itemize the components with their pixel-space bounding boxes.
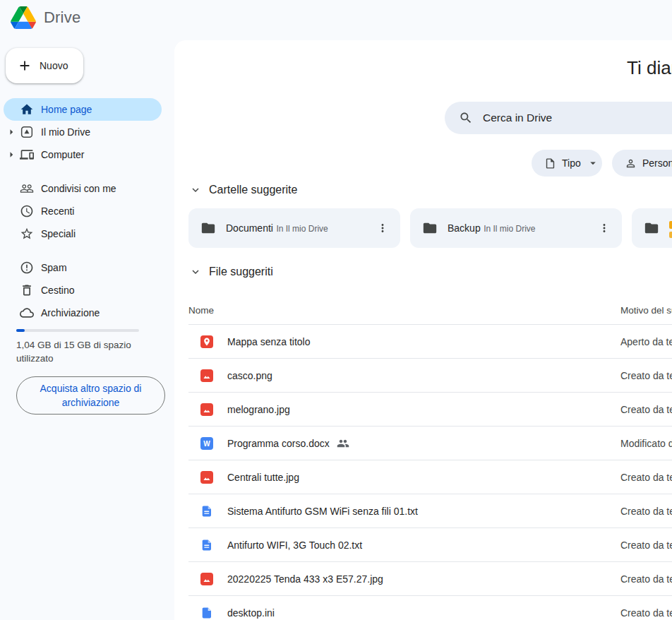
sidebar-item-label: Speciali: [41, 228, 76, 239]
image-file-icon: [200, 471, 213, 484]
folder-card-text: [669, 219, 672, 238]
map-file-icon: [200, 335, 213, 348]
search-input[interactable]: [483, 112, 672, 124]
file-reason: Modificato da te: [620, 427, 672, 460]
folder-name: Backup: [448, 222, 481, 234]
spam-icon: [20, 261, 34, 275]
drive-logo-row[interactable]: Drive: [11, 6, 80, 29]
filter-chip-people[interactable]: Persone: [612, 150, 672, 177]
plus-icon: [17, 58, 32, 73]
drive-logo-icon: [11, 6, 36, 29]
app-title: Drive: [44, 8, 80, 27]
filter-chip-label: Persone: [642, 157, 672, 169]
home-icon: [20, 102, 34, 117]
new-button-label: Nuovo: [40, 60, 68, 71]
file-name: Antifurto WIFI, 3G Touch 02.txt: [227, 539, 362, 551]
sidebar-item-label: Cestino: [41, 285, 74, 296]
table-row[interactable]: Centrali tutte.jpg Creato da te: [188, 460, 672, 494]
folder-card-text: Backup In Il mio Drive: [448, 222, 595, 234]
sidebar: Drive Nuovo Home page Il mio Drive: [0, 0, 174, 620]
column-header-reason[interactable]: Motivo del suggerimento: [620, 305, 672, 316]
word-file-icon: W: [200, 437, 213, 450]
folder-icon: [644, 220, 659, 236]
file-name: casco.png: [227, 370, 272, 381]
storage-progress-fill: [16, 329, 25, 332]
file-type-icon: [544, 157, 556, 169]
sidebar-item-trash[interactable]: Cestino: [4, 279, 162, 302]
clipped-folder-name-fragment: [669, 221, 672, 229]
table-row[interactable]: melograno.jpg Creato da te: [188, 393, 672, 427]
expand-arrow-icon[interactable]: [5, 126, 18, 138]
file-reason: Creato da te: [620, 562, 672, 595]
my-drive-icon: [20, 125, 34, 139]
file-name: 20220225 Tenda 433 x3 E57.27.jpg: [227, 573, 383, 585]
file-name: Programma corso.docx: [227, 438, 330, 449]
sidebar-item-my-drive[interactable]: Il mio Drive: [4, 121, 162, 143]
folder-name: Documenti: [226, 222, 273, 234]
generic-file-icon: [200, 607, 213, 619]
more-options-icon[interactable]: [373, 219, 392, 237]
folder-card-text: Documenti In Il mio Drive: [226, 222, 373, 234]
storage-progress-bar: [16, 329, 139, 332]
expand-arrow-icon[interactable]: [5, 148, 18, 161]
devices-icon: [20, 148, 34, 162]
filter-chip-type[interactable]: Tipo: [532, 150, 602, 177]
svg-text:W: W: [203, 440, 210, 448]
sidebar-item-recent[interactable]: Recenti: [4, 200, 162, 222]
sidebar-item-shared-with-me[interactable]: Condivisi con me: [4, 177, 162, 200]
text-file-icon: [200, 539, 213, 552]
chevron-down-icon: [189, 266, 202, 278]
suggested-folders-header[interactable]: Cartelle suggerite: [189, 184, 297, 196]
table-header: Nome Motivo del suggerimento: [188, 296, 672, 324]
text-file-icon: [200, 505, 213, 518]
file-reason: Aperto da te: [620, 325, 672, 358]
page-title: Ti diamo il benvenuto in Drive: [627, 57, 672, 79]
table-row[interactable]: casco.png Creato da te: [188, 359, 672, 393]
sidebar-item-label: Computer: [41, 149, 84, 160]
suggested-files-header[interactable]: File suggeriti: [189, 266, 273, 278]
file-reason: Creato da te: [620, 460, 672, 494]
folder-icon: [422, 220, 438, 236]
trash-icon: [20, 283, 34, 297]
file-name: melograno.jpg: [227, 404, 290, 415]
folder-location: In Il mio Drive: [484, 224, 535, 234]
sidebar-item-starred[interactable]: Speciali: [4, 222, 162, 245]
filter-chip-label: Tipo: [562, 157, 581, 169]
image-file-icon: [200, 369, 213, 382]
clipped-folder-location-fragment: [669, 232, 672, 238]
file-name: Mappa senza titolo: [227, 336, 311, 347]
sidebar-item-storage[interactable]: Archiviazione: [4, 302, 162, 324]
buy-storage-button[interactable]: Acquista altro spazio di archiviazione: [16, 376, 165, 415]
search-bar[interactable]: [445, 102, 672, 134]
sidebar-item-label: Condivisi con me: [41, 183, 116, 194]
table-row[interactable]: 20220225 Tenda 433 x3 E57.27.jpg Creato …: [188, 562, 672, 596]
new-button[interactable]: Nuovo: [6, 48, 83, 83]
folder-card-backup[interactable]: Backup In Il mio Drive: [410, 208, 622, 248]
folder-card-clipped[interactable]: [632, 208, 672, 248]
table-row[interactable]: Sistema Antifurto GSM WiFi senza fili 01…: [188, 494, 672, 528]
image-file-icon: [200, 403, 213, 416]
nav-spacer: [0, 166, 174, 177]
more-options-icon[interactable]: [595, 219, 613, 237]
folder-location: In Il mio Drive: [276, 224, 328, 234]
folder-card-documenti[interactable]: Documenti In Il mio Drive: [188, 208, 400, 248]
storage-usage-text: 1,04 GB di 15 GB di spazio utilizzato: [16, 338, 148, 365]
sidebar-item-spam[interactable]: Spam: [4, 256, 162, 279]
file-reason: Creato da te: [620, 528, 672, 561]
folder-icon: [200, 220, 216, 236]
sidebar-item-label: Il mio Drive: [41, 126, 90, 138]
sidebar-item-label: Archiviazione: [41, 307, 100, 318]
table-row[interactable]: desktop.ini Creato da te: [188, 596, 672, 620]
file-reason: Creato da te: [620, 393, 672, 426]
sidebar-item-computers[interactable]: Computer: [4, 143, 162, 166]
table-row[interactable]: Mappa senza titolo Aperto da te: [188, 325, 672, 359]
search-icon: [459, 111, 473, 125]
sidebar-item-label: Spam: [41, 262, 67, 273]
table-row[interactable]: W Programma corso.docx Modificato da te: [188, 427, 672, 460]
star-icon: [20, 227, 34, 241]
table-row[interactable]: Antifurto WIFI, 3G Touch 02.txt Creato d…: [188, 528, 672, 562]
column-header-name[interactable]: Nome: [188, 305, 214, 316]
dropdown-arrow-icon: [587, 157, 599, 169]
sidebar-item-home[interactable]: Home page: [4, 98, 162, 121]
section-title: File suggeriti: [209, 266, 273, 278]
